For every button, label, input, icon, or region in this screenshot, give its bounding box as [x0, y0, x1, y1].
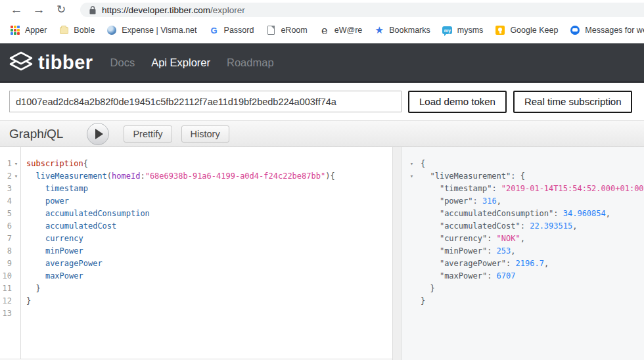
- code-line: 4 power: [0, 195, 392, 208]
- bookmark-messages-for-web[interactable]: Messages for web: [564, 22, 644, 38]
- api-token-input[interactable]: [9, 91, 402, 112]
- tibber-logo[interactable]: tibber: [8, 51, 93, 74]
- code-token: ,: [544, 259, 549, 268]
- code-token: "68e6938b-91a6-4199-a0d4-f24c22be87bb": [145, 171, 326, 181]
- bookmark-expense-visma[interactable]: Expense | Visma.net: [101, 22, 202, 38]
- code-token: [26, 171, 35, 181]
- bookmark-passord[interactable]: G Passord: [203, 22, 260, 38]
- code-text: }: [421, 282, 435, 295]
- folder-icon: [58, 25, 69, 35]
- url-text: https://developer.tibber.com/explorer: [102, 5, 245, 15]
- code-token: "currency": [440, 234, 487, 243]
- code-token: [26, 196, 45, 206]
- execute-query-button[interactable]: [87, 123, 109, 145]
- code-token: ){: [325, 171, 334, 181]
- fold-arrow-icon[interactable]: ▾: [407, 170, 416, 183]
- bookmark-bookmarks[interactable]: ★ Bookmarks: [368, 22, 436, 38]
- fold-gutter: [12, 270, 20, 282]
- load-demo-token-button[interactable]: Load demo token: [408, 91, 507, 113]
- globe-icon: [106, 25, 117, 35]
- bookmark-label: eW@re: [334, 26, 363, 35]
- fold-arrow-icon[interactable]: ▾: [407, 158, 416, 170]
- bookmark-label: Google Keep: [510, 26, 558, 35]
- code-line: "accumulatedCost": 22.393515,: [402, 220, 644, 233]
- code-token: [26, 271, 45, 281]
- bookmark-eware[interactable]: e eW@re: [313, 22, 369, 38]
- fold-gutter: [407, 245, 416, 258]
- code-token: (: [107, 171, 112, 181]
- code-text: "minPower": 253,: [421, 245, 516, 258]
- code-token: liveMeasurement: [35, 171, 106, 181]
- code-token: power: [45, 196, 69, 206]
- code-token: {: [421, 159, 425, 168]
- code-token: [26, 259, 45, 268]
- nav-roadmap[interactable]: Roadmap: [227, 56, 274, 69]
- code-token: }: [26, 284, 41, 293]
- fold-gutter: [12, 245, 20, 258]
- code-token: [26, 234, 45, 243]
- code-token: [421, 196, 440, 206]
- line-number: 9: [0, 258, 12, 270]
- code-token: [421, 184, 440, 193]
- code-token: :: [492, 184, 501, 193]
- code-token: [421, 246, 440, 256]
- graphiql-title: GraphiQL: [9, 127, 63, 141]
- brand-name: tibber: [38, 52, 93, 74]
- fold-gutter: [12, 233, 20, 245]
- keep-bulb-icon: [495, 25, 505, 35]
- fold-gutter: [407, 233, 416, 245]
- fold-gutter: [12, 282, 20, 295]
- code-text: timestamp: [26, 183, 88, 195]
- fold-arrow-icon[interactable]: ▾: [12, 170, 20, 183]
- code-text: "liveMeasurement": {: [421, 170, 525, 183]
- code-token: "accumulatedCost": [440, 221, 520, 231]
- nav-api-explorer[interactable]: Api Explorer: [151, 56, 210, 69]
- bookmark-eroom[interactable]: eRoom: [260, 22, 313, 38]
- line-number: 13: [0, 307, 12, 320]
- fold-gutter: [407, 195, 416, 208]
- back-button[interactable]: ←: [5, 0, 28, 20]
- code-token: ,: [511, 246, 515, 256]
- bookmark-mysms[interactable]: my mysms: [436, 22, 490, 38]
- fold-gutter: [407, 295, 416, 307]
- code-token: "accumulatedConsumption": [440, 209, 553, 218]
- code-token: "power": [440, 196, 473, 206]
- code-text: power: [26, 195, 69, 208]
- code-line: 9 averagePower: [0, 258, 392, 270]
- code-text: }: [26, 282, 41, 295]
- line-number: 8: [0, 245, 12, 258]
- code-token: homeId: [112, 171, 140, 181]
- code-token: {: [83, 159, 88, 168]
- code-token: [26, 209, 45, 218]
- forward-button[interactable]: →: [28, 0, 50, 20]
- code-line: "maxPower": 6707: [402, 270, 644, 282]
- prettify-button[interactable]: Prettify: [124, 125, 172, 143]
- code-line: 12}: [0, 295, 392, 307]
- letter-e-icon: e: [319, 25, 330, 35]
- query-editor[interactable]: 1▾subscription{2▾ liveMeasurement(homeId…: [0, 147, 392, 360]
- code-text: "timestamp": "2019-01-14T15:54:52.000+01…: [421, 183, 644, 195]
- code-token: }: [26, 296, 31, 305]
- code-token: :: [553, 209, 563, 218]
- code-text: maxPower: [26, 270, 83, 282]
- bookmark-apper[interactable]: Apper: [4, 22, 53, 38]
- history-button[interactable]: History: [181, 125, 229, 143]
- code-token: [421, 221, 440, 231]
- code-token: minPower: [45, 246, 83, 256]
- code-line: 6 accumulatedCost: [0, 220, 392, 233]
- code-token: [421, 259, 440, 268]
- bookmark-google-keep[interactable]: Google Keep: [489, 22, 564, 38]
- code-token: 253: [497, 246, 511, 256]
- fold-arrow-icon[interactable]: ▾: [12, 158, 20, 170]
- reload-button[interactable]: ↻: [50, 0, 72, 20]
- code-token: [421, 171, 430, 181]
- pane-resize-handle[interactable]: [392, 147, 402, 360]
- nav-docs[interactable]: Docs: [110, 56, 135, 69]
- code-token: :: [140, 171, 145, 181]
- code-line: "averagePower": 2196.7,: [402, 258, 644, 270]
- code-token: "2019-01-14T15:54:52.000+01:00": [501, 184, 644, 193]
- fold-gutter: [407, 220, 416, 233]
- bookmark-boble[interactable]: Boble: [53, 22, 101, 38]
- realtime-subscription-button[interactable]: Real time subscription: [513, 91, 633, 113]
- address-bar[interactable]: https://developer.tibber.com/explorer: [80, 3, 644, 17]
